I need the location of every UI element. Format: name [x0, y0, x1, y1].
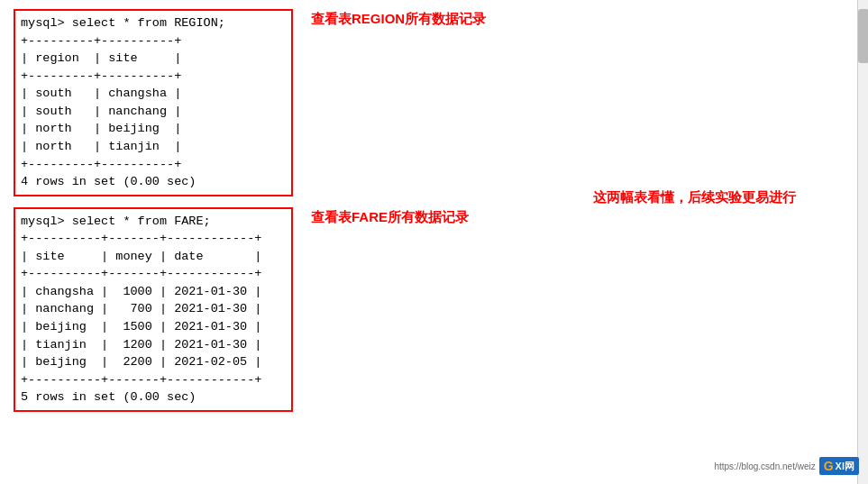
watermark-url: https://blog.csdn.net/weiz — [714, 461, 815, 471]
fare-annotation: 查看表FARE所有数据记录 — [311, 207, 469, 226]
scrollbar-thumb[interactable] — [858, 9, 868, 63]
scrollbar[interactable] — [857, 0, 868, 484]
side-note: 这两幅表看懂，后续实验更易进行 — [593, 189, 796, 206]
fare-terminal-text: mysql> select * from FARE; +----------+-… — [21, 213, 286, 406]
region-annotation: 查看表REGION所有数据记录 — [311, 9, 486, 28]
fare-section-row: mysql> select * from FARE; +----------+-… — [14, 207, 854, 412]
watermark: https://blog.csdn.net/weiz G XI网 — [714, 457, 859, 475]
logo-text: XI网 — [836, 460, 854, 473]
logo-g-letter: G — [824, 459, 834, 473]
fare-terminal-box: mysql> select * from FARE; +----------+-… — [14, 207, 293, 412]
region-terminal-text: mysql> select * from REGION; +---------+… — [21, 14, 286, 191]
region-section-row: mysql> select * from REGION; +---------+… — [14, 9, 854, 196]
main-container: mysql> select * from REGION; +---------+… — [0, 0, 868, 421]
region-terminal-box: mysql> select * from REGION; +---------+… — [14, 9, 293, 196]
watermark-logo: G XI网 — [819, 457, 859, 475]
